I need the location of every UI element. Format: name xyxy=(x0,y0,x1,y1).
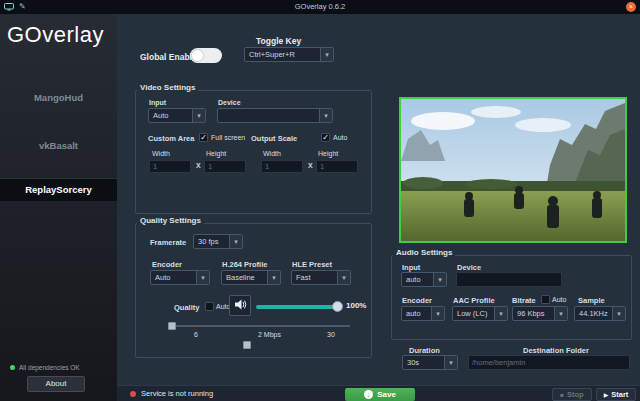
volume-slider-handle[interactable] xyxy=(332,301,343,312)
aac-profile-dropdown[interactable]: Low (LC) ▾ xyxy=(452,306,508,321)
video-device-value xyxy=(218,109,319,122)
sidebar-item-mangohud[interactable]: MangoHud xyxy=(0,86,117,109)
start-button[interactable]: ▶ Start xyxy=(596,388,636,401)
aac-profile-value: Low (LC) xyxy=(453,307,494,320)
quality-auto-checkbox[interactable] xyxy=(205,302,214,311)
chevron-down-icon[interactable]: ▾ xyxy=(192,109,205,122)
bitrate-slider-handle-low[interactable] xyxy=(168,322,176,330)
speaker-icon xyxy=(234,297,247,315)
scale-height-label: Height xyxy=(318,150,338,157)
audio-encoder-label: Encoder xyxy=(402,296,432,305)
play-icon: ▶ xyxy=(604,391,609,398)
audio-device-field[interactable] xyxy=(456,272,562,287)
titlebar: ✎ GOverlay 0.6.2 × xyxy=(0,0,640,14)
destination-folder-field[interactable]: /home/benjamin xyxy=(468,355,630,370)
duration-dropdown[interactable]: 30s ▾ xyxy=(402,355,458,370)
stop-button[interactable]: ■ Stop xyxy=(552,388,592,401)
stop-button-label: Stop xyxy=(567,390,584,399)
sidebar-item-vkbasalt[interactable]: vkBasalt xyxy=(0,134,117,157)
bitrate-slider-track[interactable] xyxy=(172,325,350,327)
start-button-label: Start xyxy=(611,390,628,399)
encoder-label: Encoder xyxy=(152,260,182,269)
chevron-down-icon[interactable]: ▾ xyxy=(431,307,444,320)
bitrate-value: 96 Kbps xyxy=(513,307,554,320)
chevron-down-icon[interactable]: ▾ xyxy=(320,48,333,61)
chevron-down-icon[interactable]: ▾ xyxy=(267,271,280,284)
chevron-down-icon[interactable]: ▾ xyxy=(337,271,350,284)
h264-profile-value: Baseline xyxy=(222,271,267,284)
sample-rate-value: 44.1KHz xyxy=(575,307,612,320)
dimension-separator: X xyxy=(196,162,201,169)
save-button-label: Save xyxy=(377,390,396,399)
audio-input-dropdown[interactable]: auto ▾ xyxy=(401,272,447,287)
scale-width-field[interactable]: 1 xyxy=(261,160,303,173)
slider-min-label: 6 xyxy=(194,331,198,338)
about-button[interactable]: About xyxy=(27,376,85,392)
bitrate-auto-label: Auto xyxy=(552,296,566,303)
video-input-dropdown[interactable]: Auto ▾ xyxy=(148,108,206,123)
app-logo: GOverlay xyxy=(7,22,104,48)
dependencies-status: All dependencies OK xyxy=(10,364,80,371)
chevron-down-icon[interactable]: ▾ xyxy=(494,307,507,320)
custom-area-label: Custom Area xyxy=(148,134,194,143)
audio-input-value: auto xyxy=(402,273,433,286)
toggle-key-value: Ctrl+Super+R xyxy=(245,48,320,61)
custom-height-field[interactable]: 1 xyxy=(204,160,246,173)
volume-button[interactable] xyxy=(229,295,251,316)
window-title: GOverlay 0.6.2 xyxy=(0,2,640,11)
video-settings-title: Video Settings xyxy=(137,83,198,92)
audio-encoder-value: auto xyxy=(402,307,431,320)
scale-height-field[interactable]: 1 xyxy=(316,160,358,173)
toggle-key-dropdown[interactable]: Ctrl+Super+R ▾ xyxy=(244,47,334,62)
bitrate-dropdown[interactable]: 96 Kbps ▾ xyxy=(512,306,568,321)
status-bar: Service is not running ↓ Save ■ Stop ▶ S… xyxy=(117,385,640,401)
global-enable-toggle[interactable] xyxy=(190,48,222,63)
output-scale-auto-checkbox[interactable]: ✓ xyxy=(321,133,330,142)
capture-preview-image xyxy=(399,97,627,243)
duration-value: 30s xyxy=(403,356,444,369)
save-button[interactable]: ↓ Save xyxy=(345,388,415,401)
custom-width-field[interactable]: 1 xyxy=(149,160,191,173)
chevron-down-icon[interactable]: ▾ xyxy=(229,235,242,248)
full-screen-checkbox[interactable]: ✓ xyxy=(199,133,208,142)
sidebar-item-replaysorcery[interactable]: ReplaySorcery xyxy=(0,178,117,201)
slider-max-label: 30 xyxy=(327,331,335,338)
sample-rate-dropdown[interactable]: 44.1KHz ▾ xyxy=(574,306,626,321)
close-button[interactable]: × xyxy=(626,2,636,12)
bitrate-auto-checkbox[interactable] xyxy=(541,295,550,304)
service-status-text: Service is not running xyxy=(141,389,213,398)
framerate-dropdown[interactable]: 30 fps ▾ xyxy=(193,234,243,249)
chevron-down-icon[interactable]: ▾ xyxy=(319,109,332,122)
custom-height-label: Height xyxy=(206,150,226,157)
goverlay-window: ✎ GOverlay 0.6.2 × GOverlay MangoHud vkB… xyxy=(0,0,640,401)
video-input-label: Input xyxy=(149,99,166,106)
chevron-down-icon[interactable]: ▾ xyxy=(433,273,446,286)
audio-encoder-dropdown[interactable]: auto ▾ xyxy=(401,306,445,321)
encoder-value: Auto xyxy=(151,271,196,284)
stop-icon: ■ xyxy=(560,392,564,398)
volume-slider[interactable] xyxy=(256,305,338,309)
video-device-label: Device xyxy=(218,99,241,106)
chevron-down-icon[interactable]: ▾ xyxy=(444,356,457,369)
hle-preset-label: HLE Preset xyxy=(292,260,332,269)
chevron-down-icon[interactable]: ▾ xyxy=(554,307,567,320)
framerate-label: Framerate xyxy=(150,238,186,247)
bitrate-slider-handle-high[interactable] xyxy=(243,341,251,349)
framerate-value: 30 fps xyxy=(194,235,229,248)
chevron-down-icon[interactable]: ▾ xyxy=(612,307,625,320)
audio-device-label: Device xyxy=(457,263,481,272)
video-device-dropdown[interactable]: ▾ xyxy=(217,108,333,123)
checkbox-checked-icon: ✓ xyxy=(322,133,329,142)
checkbox-checked-icon: ✓ xyxy=(200,133,207,142)
chevron-down-icon[interactable]: ▾ xyxy=(196,271,209,284)
sidebar: GOverlay MangoHud vkBasalt ReplaySorcery… xyxy=(0,14,117,401)
h264-profile-dropdown[interactable]: Baseline ▾ xyxy=(221,270,281,285)
hle-preset-dropdown[interactable]: Fast ▾ xyxy=(291,270,351,285)
aac-profile-label: AAC Profile xyxy=(453,296,495,305)
audio-settings-title: Audio Settings xyxy=(393,248,455,257)
status-ok-dot xyxy=(10,365,15,370)
encoder-dropdown[interactable]: Auto ▾ xyxy=(150,270,210,285)
h264-profile-label: H.264 Profile xyxy=(222,260,267,269)
output-scale-label: Output Scale xyxy=(251,134,297,143)
quality-label: Quality xyxy=(174,303,199,312)
